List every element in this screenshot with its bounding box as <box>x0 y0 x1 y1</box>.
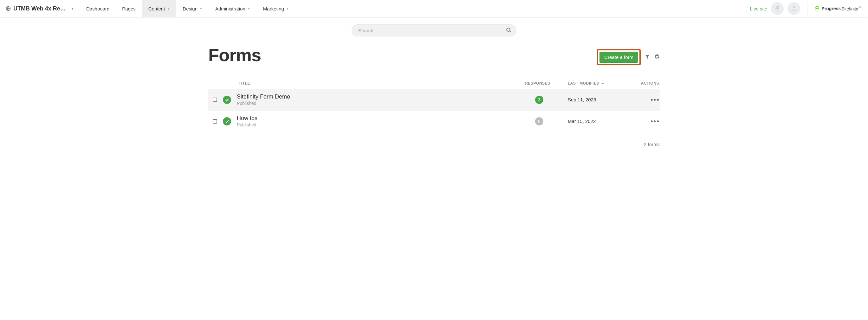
svg-point-1 <box>793 6 795 8</box>
nav-item-content[interactable]: Content▼ <box>142 0 176 17</box>
nav-item-label: Administration <box>215 6 245 11</box>
status-published-icon <box>223 117 231 125</box>
col-header-title[interactable]: TITLE <box>208 78 511 89</box>
sort-desc-icon: ▼ <box>601 82 604 85</box>
col-header-actions: ACTIONS <box>634 78 660 89</box>
filter-icon <box>645 56 650 61</box>
chevron-down-icon: ▼ <box>71 7 74 10</box>
nav-item-label: Marketing <box>263 6 284 11</box>
row-date: Mar 15, 2022 <box>568 110 634 132</box>
notifications-button[interactable] <box>771 2 784 15</box>
row-actions-button[interactable]: ••• <box>651 96 660 104</box>
row-title[interactable]: How tos <box>237 115 257 122</box>
highlight-create-form: Create a form <box>597 49 641 65</box>
search-icon[interactable] <box>506 27 512 34</box>
settings-button[interactable] <box>654 54 660 61</box>
page-title: Forms <box>208 45 261 65</box>
nav-item-design[interactable]: Design▼ <box>176 0 209 17</box>
forms-table: TITLE RESPONSES LAST MODIFIED ▼ ACTIONS … <box>208 78 660 132</box>
more-icon: ••• <box>651 96 660 104</box>
nav-item-administration[interactable]: Administration▼ <box>209 0 257 17</box>
col-header-last-modified[interactable]: LAST MODIFIED ▼ <box>568 78 634 89</box>
create-form-button[interactable]: Create a form <box>599 52 638 63</box>
header-actions: Create a form <box>597 49 660 65</box>
profile-button[interactable] <box>787 2 800 15</box>
page-header: Forms Create a form <box>208 45 660 65</box>
brand-text: ProgressSitefinity™ <box>822 6 861 11</box>
chevron-down-icon: ▼ <box>167 7 170 10</box>
user-icon <box>790 5 797 12</box>
live-site-link[interactable]: Live site <box>750 6 767 11</box>
divider <box>807 2 807 15</box>
svg-line-3 <box>509 31 511 32</box>
nav-item-label: Pages <box>122 6 136 11</box>
nav-item-label: Design <box>183 6 197 11</box>
bell-icon <box>774 5 780 12</box>
search-input[interactable] <box>358 28 506 33</box>
chevron-down-icon: ▼ <box>247 7 250 10</box>
row-status: Published <box>237 122 257 127</box>
topbar-right: Live site ProgressSitefinity™ <box>750 0 868 17</box>
brand: ProgressSitefinity™ <box>814 5 865 12</box>
row-status: Published <box>237 101 290 106</box>
row-title[interactable]: Sitefinity Form Demo <box>237 93 290 100</box>
table-row: How tosPublished0Mar 15, 2022••• <box>208 110 660 132</box>
col-header-last-modified-label: LAST MODIFIED <box>568 81 599 86</box>
status-published-icon <box>223 96 231 104</box>
row-checkbox[interactable] <box>213 98 217 102</box>
topbar: UTMB Web 4x Res... ▼ DashboardPagesConte… <box>0 0 868 18</box>
col-header-responses[interactable]: RESPONSES <box>511 78 568 89</box>
nav-item-dashboard[interactable]: Dashboard <box>80 0 116 17</box>
site-selector[interactable]: UTMB Web 4x Res... ▼ <box>0 0 80 17</box>
globe-icon <box>6 6 11 11</box>
filter-button[interactable] <box>645 54 650 61</box>
search-box <box>351 24 517 36</box>
more-icon: ••• <box>651 117 660 125</box>
nav-item-label: Dashboard <box>86 6 110 11</box>
search-row <box>0 18 868 39</box>
footer-count: 2 forms <box>208 141 660 147</box>
gear-icon <box>654 56 660 61</box>
nav-item-marketing[interactable]: Marketing▼ <box>257 0 296 17</box>
svg-point-2 <box>506 28 510 31</box>
nav-item-label: Content <box>148 6 165 11</box>
row-checkbox[interactable] <box>213 119 217 124</box>
responses-badge[interactable]: 3 <box>535 96 544 104</box>
progress-logo-icon <box>814 5 820 12</box>
page-body: Forms Create a form <box>199 39 669 160</box>
main-nav: DashboardPagesContent▼Design▼Administrat… <box>80 0 296 17</box>
site-name: UTMB Web 4x Res... <box>13 5 67 12</box>
responses-badge[interactable]: 0 <box>535 117 544 125</box>
table-row: Sitefinity Form DemoPublished3Sep 11, 20… <box>208 89 660 110</box>
row-date: Sep 11, 2023 <box>568 89 634 110</box>
nav-item-pages[interactable]: Pages <box>116 0 142 17</box>
chevron-down-icon: ▼ <box>286 7 289 10</box>
chevron-down-icon: ▼ <box>199 7 203 10</box>
row-actions-button[interactable]: ••• <box>651 117 660 125</box>
